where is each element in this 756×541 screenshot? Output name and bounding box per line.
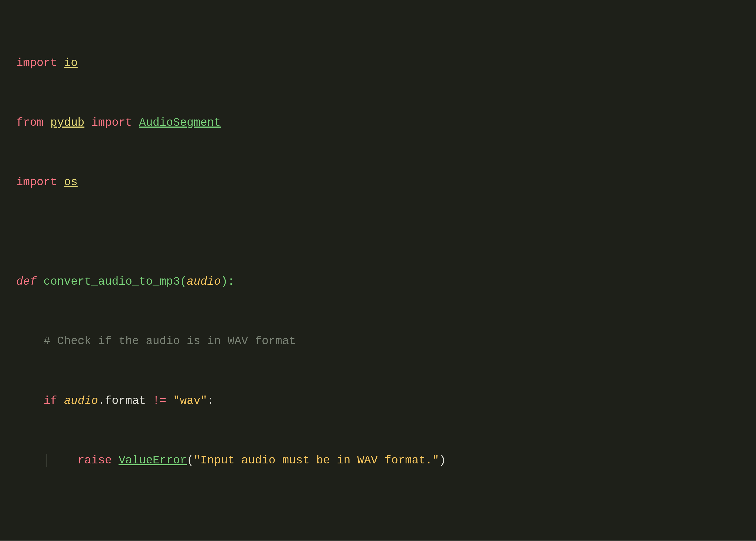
line-8: │ raise ValueError("Input audio must be … xyxy=(16,451,740,471)
line-1: import io xyxy=(16,53,740,73)
line-6: # Check if the audio is in WAV format xyxy=(16,331,740,351)
line-7: if audio.format != "wav": xyxy=(16,391,740,411)
line-2: from pydub import AudioSegment xyxy=(16,113,740,133)
line-3: import os xyxy=(16,173,740,193)
code-content: import io from pydub import AudioSegment… xyxy=(16,14,740,541)
line-5: def convert_audio_to_mp3(audio): xyxy=(16,272,740,292)
code-editor: import io from pydub import AudioSegment… xyxy=(0,0,756,541)
